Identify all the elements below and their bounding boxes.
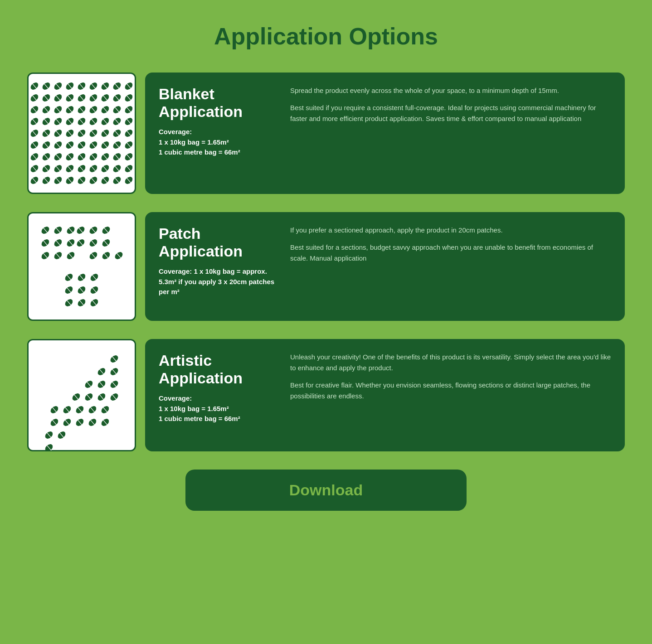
patch-desc2: Best suited for a sections, budget savvy… [290,242,611,264]
blanket-info-right: Spread the product evenly across the who… [290,85,611,181]
patch-info-left: Patch Application Coverage: 1 x 10kg bag… [159,225,277,308]
blanket-desc1: Spread the product evenly across the who… [290,85,611,96]
artistic-title: Artistic Application [159,352,277,387]
patch-grid [36,221,127,312]
blanket-section: Blanket Application Coverage: 1 x 10kg b… [27,73,625,194]
download-bar: Download [27,470,625,511]
download-button[interactable]: Download [185,470,467,511]
blanket-info-left: Blanket Application Coverage: 1 x 10kg b… [159,85,277,181]
artistic-desc1: Unleash your creativity! One of the bene… [290,352,611,373]
artistic-section: Artistic Application Coverage: 1 x 10kg … [27,339,625,451]
blanket-title: Blanket Application [159,85,277,121]
artistic-coverage: Coverage: 1 x 10kg bag = 1.65m² 1 cubic … [159,393,277,424]
patch-desc1: If you prefer a sectioned approach, appl… [290,225,611,236]
page-title: Application Options [27,18,625,50]
blanket-icon-box [27,73,136,194]
blanket-coverage: Coverage: 1 x 10kg bag = 1.65m² 1 cubic … [159,127,277,158]
patch-info-card: Patch Application Coverage: 1 x 10kg bag… [145,212,625,321]
patch-icon-box [27,212,136,321]
patch-title: Patch Application [159,225,277,260]
patch-info-right: If you prefer a sectioned approach, appl… [290,225,611,308]
artistic-info-left: Artistic Application Coverage: 1 x 10kg … [159,352,277,439]
blanket-grid [29,81,134,185]
artistic-desc2: Best for creative flair. Whether you env… [290,380,611,402]
blanket-info-card: Blanket Application Coverage: 1 x 10kg b… [145,73,625,194]
artistic-info-card: Artistic Application Coverage: 1 x 10kg … [145,339,625,451]
patch-coverage: Coverage: 1 x 10kg bag = approx. 5.3m² i… [159,266,277,297]
artistic-info-right: Unleash your creativity! One of the bene… [290,352,611,439]
artistic-icon-box [27,339,136,451]
blanket-desc2: Best suited if you require a consistent … [290,102,611,124]
patch-section: Patch Application Coverage: 1 x 10kg bag… [27,212,625,321]
